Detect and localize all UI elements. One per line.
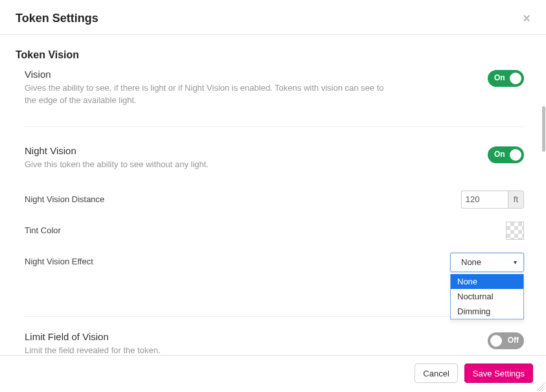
nv-effect-dropdown: None Nocturnal Dimming: [450, 274, 524, 319]
section-title: Token Vision: [0, 35, 542, 65]
save-settings-button[interactable]: Save Settings: [464, 363, 533, 383]
nv-effect-select[interactable]: None ▾: [450, 253, 524, 272]
vision-label: Vision: [25, 69, 387, 80]
nv-effect-value: None: [461, 257, 481, 267]
toggle-label: On: [494, 150, 505, 159]
nv-distance-unit: ft: [508, 190, 524, 209]
toggle-label: On: [494, 73, 505, 82]
nv-effect-option[interactable]: Nocturnal: [451, 289, 523, 304]
toggle-knob: [510, 149, 521, 161]
toggle-knob: [510, 73, 521, 84]
night-vision-desc: Give this token the ability to see witho…: [25, 159, 387, 171]
nv-effect-option[interactable]: None: [451, 274, 523, 289]
nv-effect-option[interactable]: Dimming: [451, 304, 523, 319]
tint-color-label: Tint Color: [25, 225, 61, 235]
limit-fov-desc: Limit the field revealed for the token.: [25, 345, 387, 355]
chevron-down-icon: ▾: [514, 259, 517, 266]
night-vision-label: Night Vision: [25, 145, 387, 156]
close-icon[interactable]: ×: [523, 12, 530, 25]
vision-toggle[interactable]: On: [488, 70, 524, 87]
settings-body: Token Vision Vision Gives the ability to…: [0, 35, 542, 355]
toggle-label: Off: [508, 336, 519, 345]
tint-color-swatch[interactable]: [506, 222, 524, 240]
night-vision-toggle[interactable]: On: [488, 146, 524, 163]
toggle-knob: [490, 335, 502, 347]
cancel-button[interactable]: Cancel: [415, 363, 457, 383]
modal-title: Token Settings: [16, 12, 98, 25]
scrollbar-thumb[interactable]: [542, 106, 545, 152]
nv-distance-input[interactable]: [461, 190, 508, 209]
vision-desc: Gives the ability to see, if there is li…: [25, 82, 387, 107]
limit-fov-toggle[interactable]: Off: [488, 332, 524, 349]
resize-handle-icon[interactable]: [537, 383, 545, 391]
scrollbar[interactable]: [542, 35, 546, 355]
nv-effect-label: Night Vision Effect: [25, 253, 93, 266]
nv-distance-label: Night Vision Distance: [25, 194, 104, 204]
limit-fov-label: Limit Field of Vision: [25, 331, 387, 342]
